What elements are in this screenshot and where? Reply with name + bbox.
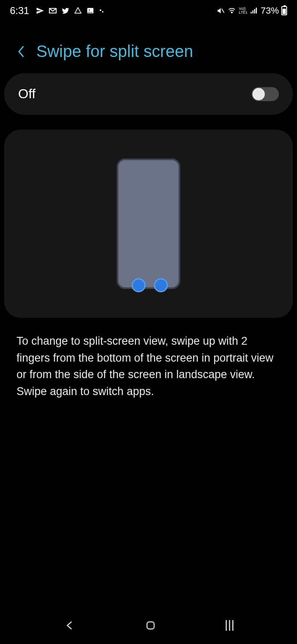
- page-title: Swipe for split screen: [36, 42, 193, 61]
- nav-recents-button[interactable]: [226, 620, 233, 631]
- mute-icon: [217, 7, 225, 15]
- svg-point-3: [102, 11, 103, 12]
- finger-indicator-icon: [154, 278, 168, 292]
- telegram-icon: [36, 7, 44, 15]
- gesture-preview: [4, 130, 293, 318]
- drive-icon: [74, 7, 82, 15]
- finger-indicator-icon: [132, 278, 146, 292]
- phone-illustration: [117, 159, 180, 289]
- svg-point-5: [231, 12, 233, 13]
- signal-icon: [250, 7, 258, 15]
- volte-icon: Vo))LTE1: [239, 7, 248, 14]
- toggle-knob: [252, 88, 265, 100]
- svg-rect-7: [252, 10, 254, 13]
- nav-back-button[interactable]: [64, 620, 75, 631]
- description-text: To change to split-screen view, swipe up…: [0, 318, 297, 400]
- navigation-bar: [0, 611, 297, 644]
- status-left: 6:31: [10, 5, 105, 17]
- toggle-switch[interactable]: [252, 87, 279, 101]
- svg-rect-8: [254, 9, 255, 14]
- wifi-icon: [227, 7, 236, 15]
- status-right: Vo))LTE1 73%: [217, 5, 287, 16]
- gmail-icon: [48, 6, 57, 15]
- battery-icon: [281, 6, 287, 15]
- svg-rect-9: [256, 8, 257, 14]
- image-icon: [86, 7, 94, 15]
- twitter-icon: [61, 7, 70, 15]
- status-time: 6:31: [10, 5, 29, 17]
- svg-rect-10: [147, 622, 154, 629]
- back-button[interactable]: [16, 44, 26, 59]
- svg-rect-6: [251, 12, 252, 14]
- more-notifications-icon: [99, 7, 105, 14]
- svg-line-4: [222, 9, 224, 13]
- svg-point-2: [99, 9, 101, 11]
- toggle-state-label: Off: [18, 86, 35, 102]
- status-bar: 6:31 Vo))LTE1 73%: [0, 0, 297, 21]
- nav-home-button[interactable]: [145, 620, 156, 631]
- svg-point-1: [89, 9, 90, 10]
- battery-percent: 73%: [261, 5, 279, 16]
- page-header: Swipe for split screen: [0, 21, 297, 73]
- toggle-card[interactable]: Off: [4, 73, 293, 115]
